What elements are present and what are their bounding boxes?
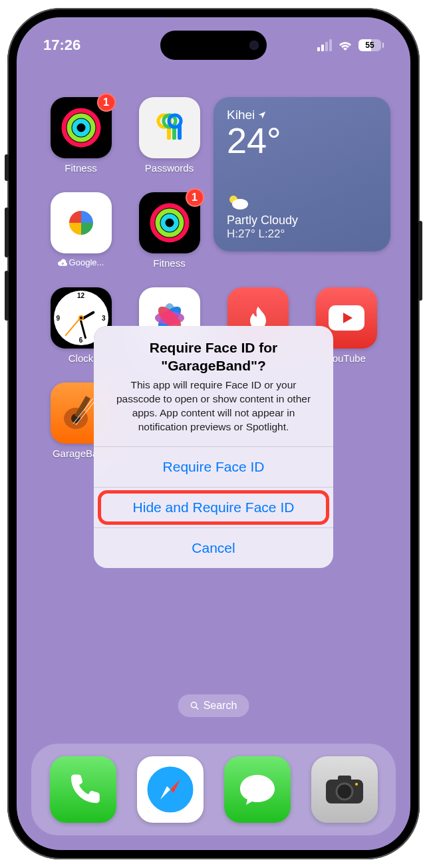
- side-button-silence: [5, 154, 9, 181]
- alert-backdrop: Require Face ID for "GarageBand"? This a…: [17, 17, 410, 850]
- hide-require-label: Hide and Require Face ID: [133, 500, 295, 515]
- phone-frame: 17:26 55: [7, 8, 420, 859]
- cancel-button[interactable]: Cancel: [94, 527, 333, 568]
- alert-title: Require Face ID for "GarageBand"?: [108, 339, 319, 374]
- side-button-volume-down: [5, 271, 9, 321]
- side-button-volume-up: [5, 208, 9, 257]
- require-face-id-button[interactable]: Require Face ID: [94, 446, 333, 487]
- alert-message: This app will require Face ID or your pa…: [108, 378, 319, 434]
- face-id-alert: Require Face ID for "GarageBand"? This a…: [94, 326, 333, 567]
- side-button-power: [418, 221, 422, 301]
- screen: 17:26 55: [17, 17, 410, 850]
- hide-and-require-face-id-button[interactable]: Hide and Require Face ID: [94, 487, 333, 527]
